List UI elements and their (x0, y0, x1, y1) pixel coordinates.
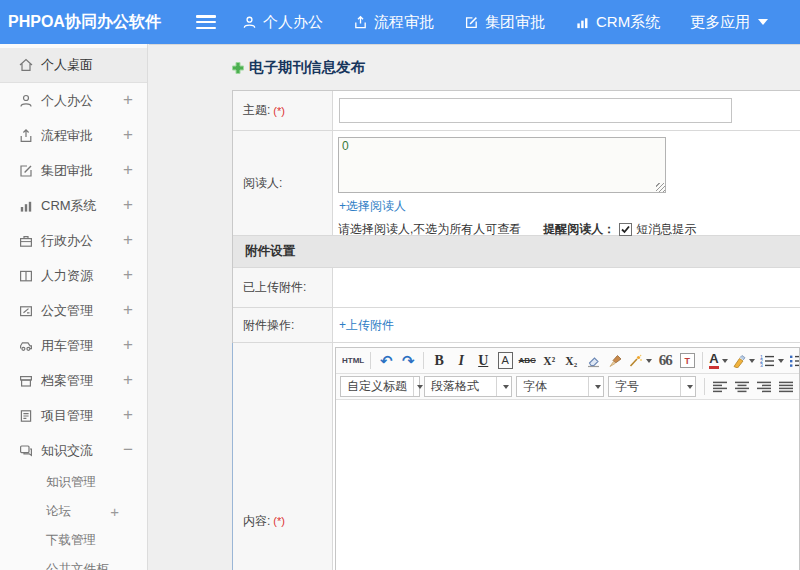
italic-button[interactable]: I (450, 350, 472, 372)
editor-toolbar-row1: HTML ↶ ↷ B I U A ABC X² X₂ (336, 348, 799, 374)
align-center-icon[interactable] (731, 376, 753, 398)
sidebar-item-personal-office[interactable]: 个人办公 + (0, 83, 147, 118)
attachment-section-row: 附件设置 (233, 236, 800, 268)
sidebar-item-label: 集团审批 (41, 162, 93, 180)
upload-attachment-link[interactable]: +上传附件 (339, 317, 394, 334)
expand-toggle[interactable]: + (123, 300, 133, 320)
undo-button[interactable]: ↶ (375, 350, 397, 372)
nav-item-group-approval[interactable]: 集团审批 (464, 13, 545, 32)
page-title: 电子期刊信息发布 (231, 58, 365, 77)
attachment-op-row: 附件操作: +上传附件 (233, 308, 800, 343)
underline-button[interactable]: U (472, 350, 494, 372)
expand-toggle[interactable]: + (110, 502, 119, 519)
sidebar-item-label: 人力资源 (41, 267, 93, 285)
expand-toggle[interactable]: + (123, 195, 133, 215)
ordered-list-icon[interactable]: 123 (757, 350, 786, 372)
sidebar-subitem-download-mgmt[interactable]: 下载管理 (0, 526, 147, 555)
nav-item-personal-office[interactable]: 个人办公 (242, 13, 323, 32)
dropdown-caret-icon (749, 359, 755, 363)
sidebar-item-label: 知识交流 (41, 442, 93, 460)
publish-form: 主题: (*) 阅读人: 0 +选择阅读人 请选择阅读人,不选为所有人可查看 提… (232, 90, 800, 570)
car-icon (18, 338, 35, 354)
sidebar-subitem-knowledge-mgmt[interactable]: 知识管理 (0, 468, 147, 497)
strikethrough-button[interactable]: ABC (516, 350, 538, 372)
edit-square-icon (18, 163, 35, 179)
editor-toolbar-row2: 自定义标题 段落格式 字体 字号 (336, 374, 799, 400)
sidebar-subitem-forum[interactable]: 论坛 + (0, 497, 147, 526)
paragraph-format-select[interactable]: 段落格式 (424, 376, 512, 397)
sidebar-item-label: 行政办公 (41, 232, 93, 250)
heading-style-select[interactable]: 自定义标题 (340, 376, 420, 397)
sidebar-item-hr[interactable]: 人力资源 + (0, 258, 147, 293)
sidebar-item-vehicle-mgmt[interactable]: 用车管理 + (0, 328, 147, 363)
align-justify-icon[interactable] (775, 376, 797, 398)
expand-toggle[interactable]: + (123, 335, 133, 355)
font-frame-button[interactable]: A (498, 352, 513, 369)
collapse-toggle[interactable]: − (123, 440, 133, 460)
sidebar-item-crm[interactable]: CRM系统 + (0, 188, 147, 223)
sidebar-item-document-mgmt[interactable]: 公文管理 + (0, 293, 147, 328)
sidebar-item-admin-office[interactable]: 行政办公 + (0, 223, 147, 258)
nav-item-crm[interactable]: CRM系统 (575, 13, 660, 32)
resize-handle[interactable] (656, 183, 665, 192)
sidebar-item-label: 流程审批 (41, 127, 93, 145)
home-icon (18, 57, 35, 73)
nav-label: 集团审批 (485, 13, 545, 32)
template-button[interactable]: T (680, 353, 695, 368)
bar-chart-icon (18, 198, 35, 214)
plus-green-icon (231, 61, 245, 75)
expand-toggle[interactable]: + (123, 160, 133, 180)
font-color-button[interactable]: A (707, 350, 729, 372)
subject-input[interactable] (339, 98, 732, 123)
notebook-icon (18, 408, 35, 424)
uploaded-attachments-row: 已上传附件: (233, 268, 800, 308)
sidebar-subitem-label: 公共文件柜 (46, 561, 109, 570)
superscript-button[interactable]: X² (538, 350, 560, 372)
eraser-icon[interactable] (582, 350, 604, 372)
svg-text:3: 3 (760, 362, 763, 367)
expand-toggle[interactable]: + (123, 230, 133, 250)
html-source-button[interactable]: HTML (340, 350, 366, 372)
expand-toggle[interactable]: + (123, 265, 133, 285)
dropdown-caret-icon (503, 385, 509, 389)
sms-checkbox[interactable] (619, 223, 632, 236)
readers-textarea[interactable]: 0 (338, 137, 666, 193)
sidebar: 个人桌面 个人办公 + 流程审批 + 集团审批 + CRM系统 + 行政办公 +… (0, 44, 148, 570)
bold-button[interactable]: B (428, 350, 450, 372)
expand-toggle[interactable]: + (123, 125, 133, 145)
sidebar-item-group-approval[interactable]: 集团审批 + (0, 153, 147, 188)
top-bar: PHPOA协同办公软件 个人办公 流程审批 集团审批 CRM系统 更多应用 (0, 0, 800, 44)
subscript-button[interactable]: X₂ (560, 350, 582, 372)
blockquote-button[interactable]: 66 (654, 350, 676, 372)
align-left-icon[interactable] (709, 376, 731, 398)
nav-item-more-apps[interactable]: 更多应用 (690, 13, 768, 32)
select-readers-link[interactable]: +选择阅读人 (339, 198, 406, 215)
expand-toggle[interactable]: + (123, 405, 133, 425)
expand-toggle[interactable]: + (123, 370, 133, 390)
expand-toggle[interactable]: + (123, 90, 133, 110)
person-icon (18, 93, 35, 109)
hamburger-menu-icon[interactable] (196, 15, 216, 29)
sidebar-subitem-label: 下载管理 (46, 532, 96, 549)
font-family-select[interactable]: 字体 (516, 376, 604, 397)
magic-wand-icon[interactable] (626, 350, 654, 372)
highlight-pen-icon[interactable] (730, 350, 757, 372)
redo-button[interactable]: ↷ (397, 350, 419, 372)
link-icon[interactable] (797, 376, 799, 398)
sidebar-item-workflow-approval[interactable]: 流程审批 + (0, 118, 147, 153)
nav-label: CRM系统 (596, 13, 660, 32)
archive-icon (18, 373, 35, 389)
sidebar-item-archive-mgmt[interactable]: 档案管理 + (0, 363, 147, 398)
content-row: 内容: (*) HTML ↶ ↷ B I U A (233, 343, 800, 570)
sidebar-subitem-public-cabinet[interactable]: 公共文件柜 (0, 555, 147, 570)
editor-content-area[interactable] (336, 400, 799, 570)
font-size-select[interactable]: 字号 (608, 376, 696, 397)
sidebar-item-personal-desktop[interactable]: 个人桌面 (0, 48, 147, 83)
unordered-list-icon[interactable] (786, 350, 799, 372)
sidebar-item-knowledge-exchange[interactable]: 知识交流 − (0, 433, 147, 468)
format-brush-icon[interactable] (604, 350, 626, 372)
edit-square-icon (464, 15, 479, 30)
sidebar-item-project-mgmt[interactable]: 项目管理 + (0, 398, 147, 433)
nav-item-workflow-approval[interactable]: 流程审批 (353, 13, 434, 32)
align-right-icon[interactable] (753, 376, 775, 398)
